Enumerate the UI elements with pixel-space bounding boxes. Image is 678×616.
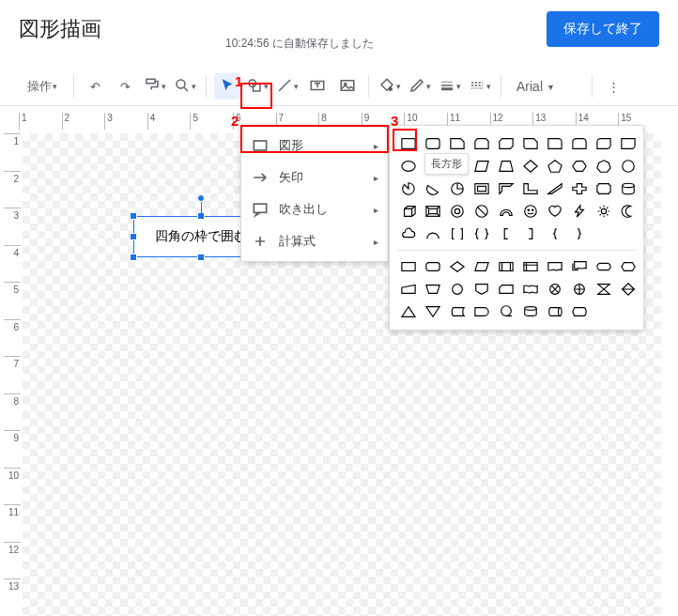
annotation-box-2 (240, 125, 389, 153)
submenu-callouts[interactable]: 吹き出し ▸ (241, 193, 388, 225)
shape-flowchart-summing[interactable] (544, 279, 566, 300)
shape-no-symbol[interactable] (470, 201, 493, 222)
shape-flowchart-seq-access[interactable] (495, 301, 517, 322)
fill-color-button[interactable] (377, 73, 403, 100)
shape-plaque[interactable] (593, 178, 615, 199)
shape-flowchart-data[interactable] (470, 256, 493, 277)
shape-double-bracket[interactable] (446, 223, 469, 244)
shape-flowchart-multidoc[interactable] (568, 256, 591, 277)
shape-right-bracket[interactable] (519, 223, 542, 244)
resize-handle-n[interactable] (197, 212, 205, 220)
shape-trapezoid[interactable] (495, 156, 517, 177)
shape-diagonal-stripe[interactable] (544, 178, 566, 199)
textbox-tool-button[interactable] (304, 73, 331, 100)
shape-diamond[interactable] (519, 156, 542, 177)
shape-l-shape[interactable] (519, 178, 542, 199)
border-color-button[interactable] (407, 73, 433, 100)
shape-teardrop-rect[interactable] (617, 133, 639, 154)
shape-flowchart-magnetic-disk[interactable] (519, 301, 542, 322)
shape-dodecagon[interactable] (617, 156, 639, 177)
shape-parallelogram[interactable] (470, 156, 493, 177)
shape-flowchart-manual-input[interactable] (397, 279, 420, 300)
line-tool-button[interactable] (274, 73, 300, 100)
paint-format-button[interactable] (142, 73, 168, 100)
shape-round-single[interactable] (544, 133, 566, 154)
actions-dropdown[interactable]: 操作 (19, 73, 66, 100)
shape-can[interactable] (617, 178, 639, 199)
redo-button[interactable]: ↷ (112, 73, 138, 100)
shape-flowchart-document[interactable] (544, 256, 566, 277)
shape-heart[interactable] (544, 201, 566, 222)
shape-donut[interactable] (446, 201, 469, 222)
shape-round-same[interactable] (568, 133, 591, 154)
shape-flowchart-decision[interactable] (446, 256, 469, 277)
shape-flowchart-preparation[interactable] (617, 256, 639, 277)
font-family-dropdown[interactable]: Arial (509, 79, 584, 94)
shape-flowchart-manual-op[interactable] (422, 279, 444, 300)
shape-pie[interactable] (397, 178, 420, 199)
shape-smiley[interactable] (519, 201, 542, 222)
submenu-equation[interactable]: 計算式 ▸ (241, 225, 388, 257)
resize-handle-nw[interactable] (130, 212, 137, 220)
shape-double-brace[interactable] (470, 223, 493, 244)
shape-cube[interactable] (397, 201, 420, 222)
shape-flowchart-terminator[interactable] (593, 256, 615, 277)
shape-pentagon[interactable] (544, 156, 566, 177)
shape-flowchart-extract[interactable] (397, 301, 420, 322)
shape-flowchart-direct-access[interactable] (544, 301, 566, 322)
resize-handle-s[interactable] (197, 254, 205, 261)
rotate-handle[interactable] (197, 194, 205, 202)
shape-frame[interactable] (470, 178, 493, 199)
shape-flowchart-delay[interactable] (470, 301, 493, 322)
shape-lightning[interactable] (568, 201, 591, 222)
submenu-arrows[interactable]: 矢印 ▸ (241, 162, 388, 193)
shape-flowchart-display[interactable] (568, 301, 591, 322)
shape-rounded-rectangle[interactable] (422, 133, 444, 154)
more-button[interactable]: ⋮ (600, 73, 626, 100)
shape-arc[interactable] (422, 223, 444, 244)
resize-handle-sw[interactable] (130, 254, 137, 261)
separator (592, 75, 593, 98)
shape-snip-single[interactable] (446, 133, 469, 154)
shape-cloud[interactable] (397, 223, 420, 244)
shape-flowchart-offpage[interactable] (470, 279, 493, 300)
shape-flowchart-connector[interactable] (446, 279, 469, 300)
shape-flowchart-merge[interactable] (422, 301, 444, 322)
shape-flowchart-collate[interactable] (593, 279, 615, 300)
shape-plus[interactable] (568, 178, 591, 199)
shape-flowchart-predefined[interactable] (495, 256, 517, 277)
shape-block-arc[interactable] (495, 201, 517, 222)
shape-sun[interactable] (593, 201, 615, 222)
tooltip-rectangle: 長方形 (424, 153, 469, 175)
shape-snip-round[interactable] (519, 133, 542, 154)
shape-flowchart-tape[interactable] (519, 279, 542, 300)
resize-handle-w[interactable] (130, 233, 137, 240)
border-dash-button[interactable] (467, 73, 493, 100)
shape-snip-same[interactable] (470, 133, 493, 154)
shape-bevel[interactable] (422, 201, 444, 222)
shape-flowchart-card[interactable] (495, 279, 517, 300)
shape-flowchart-or[interactable] (568, 279, 591, 300)
image-tool-button[interactable] (334, 73, 361, 100)
shape-left-brace[interactable] (544, 223, 566, 244)
shape-round-diag[interactable] (593, 133, 615, 154)
shape-heptagon[interactable] (593, 156, 615, 177)
zoom-button[interactable] (172, 73, 198, 100)
undo-button[interactable]: ↶ (82, 73, 108, 100)
shape-right-brace[interactable] (568, 223, 591, 244)
save-and-close-button[interactable]: 保存して終了 (547, 11, 659, 47)
shape-flowchart-stored[interactable] (446, 301, 469, 322)
shape-ellipse[interactable] (397, 156, 420, 177)
shape-flowchart-internal-storage[interactable] (519, 256, 542, 277)
shape-hexagon[interactable] (568, 156, 591, 177)
shape-snip-diag[interactable] (495, 133, 517, 154)
shape-left-bracket[interactable] (495, 223, 517, 244)
shape-flowchart-process[interactable] (397, 256, 420, 277)
shape-flowchart-sort[interactable] (617, 279, 639, 300)
shape-chord[interactable] (422, 178, 444, 199)
border-weight-button[interactable] (437, 73, 463, 100)
shape-flowchart-alt-process[interactable] (422, 256, 444, 277)
shape-teardrop[interactable] (446, 178, 469, 199)
shape-moon[interactable] (617, 201, 639, 222)
shape-half-frame[interactable] (495, 178, 517, 199)
